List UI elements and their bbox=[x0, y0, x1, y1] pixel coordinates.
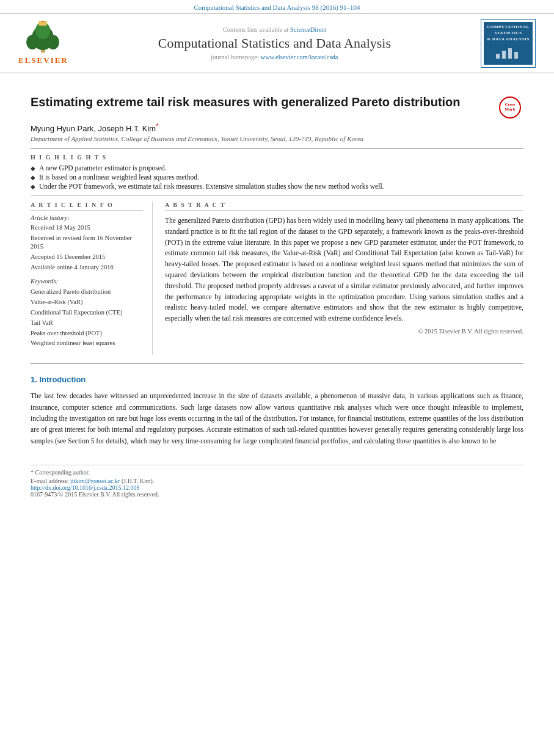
introduction-section: 1. Introduction The last few decades hav… bbox=[31, 375, 523, 446]
bullet-icon: ◆ bbox=[31, 183, 35, 190]
abstract-label: A B S T R A C T bbox=[165, 202, 523, 211]
doi-link[interactable]: http://dx.doi.org/10.1016/j.csda.2015.12… bbox=[31, 484, 139, 491]
page-footer: * Corresponding author. E-mail address: … bbox=[31, 465, 523, 498]
elsevier-brand-text: ELSEVIER bbox=[18, 56, 68, 65]
svg-point-2 bbox=[26, 35, 38, 49]
svg-rect-9 bbox=[508, 48, 512, 59]
abstract-column: A B S T R A C T The generalized Pareto d… bbox=[165, 202, 523, 355]
bullet-icon: ◆ bbox=[31, 174, 35, 181]
keywords-list: Generalized Pareto distribution Value-at… bbox=[31, 287, 143, 349]
elsevier-tree-icon bbox=[20, 21, 66, 54]
journal-header: ELSEVIER Contents lists available at Sci… bbox=[0, 13, 554, 73]
article-header: Estimating extreme tail risk measures wi… bbox=[31, 94, 523, 142]
doi-line: http://dx.doi.org/10.1016/j.csda.2015.12… bbox=[31, 484, 523, 491]
homepage-url[interactable]: www.elsevier.com/locate/csda bbox=[260, 54, 338, 60]
article-info-column: A R T I C L E I N F O Article history: R… bbox=[31, 202, 153, 355]
journal-volume-link[interactable]: Computational Statistics and Data Analys… bbox=[0, 0, 554, 13]
keyword-4: Tail VaR bbox=[31, 318, 143, 329]
journal-logo-text: COMPUTATIONAL STATISTICS & DATA ANALYSIS bbox=[484, 22, 533, 65]
svg-rect-8 bbox=[502, 51, 506, 59]
author-email-link[interactable]: jitkim@yonsei.ac.kr bbox=[70, 478, 120, 484]
keyword-1: Generalized Pareto distribution bbox=[31, 287, 143, 297]
history-received: Received 18 May 2015 bbox=[31, 224, 143, 233]
divider-1 bbox=[31, 148, 523, 149]
author-affiliation: Department of Applied Statistics, Colleg… bbox=[31, 135, 523, 142]
journal-title: Computational Statistics and Data Analys… bbox=[81, 35, 468, 51]
history-online: Available online 4 January 2016 bbox=[31, 263, 143, 272]
article-info-block: A R T I C L E I N F O Article history: R… bbox=[31, 202, 143, 272]
article-history-label: Article history: bbox=[31, 214, 143, 221]
divider-3 bbox=[31, 363, 523, 364]
bullet-icon: ◆ bbox=[31, 165, 35, 172]
elsevier-logo: ELSEVIER bbox=[18, 21, 68, 65]
highlights-section: H I G H L I G H T S ◆ A new GPD paramete… bbox=[31, 154, 523, 190]
history-accepted: Accepted 15 December 2015 bbox=[31, 253, 143, 262]
section-1-title: 1. Introduction bbox=[31, 375, 523, 384]
issn-line: 0167-9473/© 2015 Elsevier B.V. All right… bbox=[31, 491, 523, 498]
crossmark-badge-container[interactable]: CrossMark bbox=[499, 96, 523, 118]
journal-volume-text: Computational Statistics and Data Analys… bbox=[194, 4, 360, 11]
article-title: Estimating extreme tail risk measures wi… bbox=[31, 94, 493, 111]
abstract-text: The generalized Pareto distribution (GPD… bbox=[165, 216, 523, 324]
highlights-list: ◆ A new GPD parameter estimator is propo… bbox=[31, 164, 523, 190]
highlight-item-1: ◆ A new GPD parameter estimator is propo… bbox=[31, 164, 523, 172]
keywords-label: Keywords: bbox=[31, 278, 143, 285]
journal-homepage: journal homepage: www.elsevier.com/locat… bbox=[81, 54, 468, 60]
highlights-label: H I G H L I G H T S bbox=[31, 154, 523, 161]
keywords-block: Keywords: Generalized Pareto distributio… bbox=[31, 278, 143, 349]
article-info-abstract: A R T I C L E I N F O Article history: R… bbox=[31, 202, 523, 355]
svg-point-3 bbox=[47, 35, 59, 49]
keyword-5: Peaks over threshold (POT) bbox=[31, 329, 143, 339]
highlight-item-3: ◆ Under the POT framework, we estimate t… bbox=[31, 183, 523, 190]
corresponding-author-note: * Corresponding author. bbox=[31, 469, 523, 476]
journal-header-center: Contents lists available at ScienceDirec… bbox=[81, 26, 468, 60]
svg-rect-7 bbox=[496, 54, 500, 59]
crossmark-icon: CrossMark bbox=[499, 96, 521, 118]
keyword-3: Conditional Tail Expectation (CTE) bbox=[31, 308, 143, 318]
sciencedirect-link[interactable]: ScienceDirect bbox=[290, 26, 326, 33]
highlight-item-2: ◆ It is based on a nonlinear weighted le… bbox=[31, 173, 523, 181]
divider-2 bbox=[31, 195, 523, 195]
svg-rect-10 bbox=[514, 52, 518, 59]
email-line: E-mail address: jitkim@yonsei.ac.kr (J.H… bbox=[31, 478, 523, 484]
history-revised: Received in revised form 16 November 201… bbox=[31, 234, 143, 252]
sciencedirect-notice: Contents lists available at ScienceDirec… bbox=[81, 26, 468, 33]
article-info-label: A R T I C L E I N F O bbox=[31, 202, 143, 211]
journal-logo-box-right: COMPUTATIONAL STATISTICS & DATA ANALYSIS bbox=[481, 19, 536, 68]
keyword-2: Value-at-Risk (VaR) bbox=[31, 297, 143, 308]
introduction-paragraph: The last few decades have witnessed an u… bbox=[31, 390, 523, 446]
copyright-notice: © 2015 Elsevier B.V. All rights reserved… bbox=[165, 328, 523, 335]
keyword-6: Weighted nonlinear least squares bbox=[31, 338, 143, 349]
svg-rect-6 bbox=[42, 21, 44, 22]
main-content: Estimating extreme tail risk measures wi… bbox=[0, 73, 554, 498]
article-authors: Myung Hyun Park, Joseph H.T. Kim* bbox=[31, 122, 523, 133]
